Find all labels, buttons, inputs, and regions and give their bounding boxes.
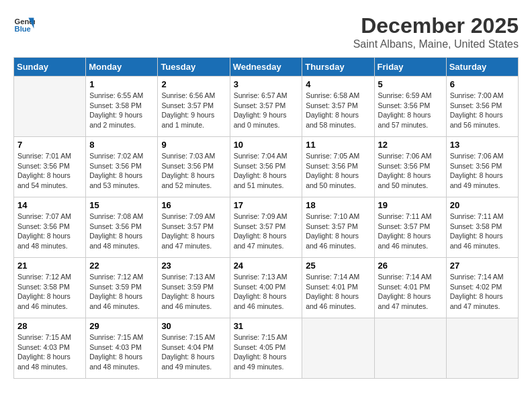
day-number: 16 [161, 200, 226, 210]
day-number: 24 [234, 261, 299, 271]
day-number: 22 [89, 261, 154, 271]
day-number: 3 [234, 79, 299, 89]
calendar-cell: 3Sunrise: 6:57 AM Sunset: 3:57 PM Daylig… [230, 77, 302, 137]
day-info: Sunrise: 7:15 AM Sunset: 4:03 PM Dayligh… [89, 332, 154, 372]
day-number: 31 [234, 321, 299, 331]
calendar-cell: 8Sunrise: 7:02 AM Sunset: 3:56 PM Daylig… [86, 137, 158, 197]
day-info: Sunrise: 7:14 AM Sunset: 4:02 PM Dayligh… [450, 272, 515, 312]
calendar-cell: 6Sunrise: 7:00 AM Sunset: 3:56 PM Daylig… [446, 77, 518, 137]
day-info: Sunrise: 7:07 AM Sunset: 3:56 PM Dayligh… [17, 212, 82, 251]
day-number: 9 [161, 140, 226, 150]
day-number: 23 [161, 261, 226, 271]
calendar-cell: 30Sunrise: 7:15 AM Sunset: 4:04 PM Dayli… [158, 318, 230, 379]
calendar-cell: 5Sunrise: 6:59 AM Sunset: 3:56 PM Daylig… [374, 77, 446, 137]
month-title: December 2025 [353, 13, 519, 38]
day-number: 6 [450, 79, 515, 89]
day-info: Sunrise: 7:15 AM Sunset: 4:04 PM Dayligh… [161, 332, 226, 372]
calendar-cell [374, 318, 446, 379]
day-number: 11 [306, 140, 370, 150]
day-number: 19 [378, 200, 443, 210]
weekday-header: Wednesday [230, 58, 302, 77]
day-number: 14 [17, 200, 82, 210]
calendar-cell: 9Sunrise: 7:03 AM Sunset: 3:56 PM Daylig… [158, 137, 230, 197]
weekday-header: Saturday [446, 58, 518, 77]
weekday-header: Friday [374, 58, 446, 77]
calendar-cell: 1Sunrise: 6:55 AM Sunset: 3:58 PM Daylig… [86, 77, 158, 137]
calendar-cell: 25Sunrise: 7:14 AM Sunset: 4:01 PM Dayli… [302, 258, 374, 318]
day-info: Sunrise: 7:08 AM Sunset: 3:56 PM Dayligh… [89, 212, 154, 251]
day-info: Sunrise: 7:03 AM Sunset: 3:56 PM Dayligh… [161, 151, 226, 191]
day-info: Sunrise: 7:00 AM Sunset: 3:56 PM Dayligh… [450, 91, 515, 130]
day-number: 25 [306, 261, 370, 271]
calendar-cell: 11Sunrise: 7:05 AM Sunset: 3:56 PM Dayli… [302, 137, 374, 197]
day-info: Sunrise: 7:14 AM Sunset: 4:01 PM Dayligh… [378, 272, 443, 312]
calendar-cell: 16Sunrise: 7:09 AM Sunset: 3:57 PM Dayli… [158, 197, 230, 258]
day-number: 13 [450, 140, 515, 150]
day-number: 12 [378, 140, 443, 150]
day-info: Sunrise: 7:13 AM Sunset: 3:59 PM Dayligh… [161, 272, 226, 312]
calendar-cell: 7Sunrise: 7:01 AM Sunset: 3:56 PM Daylig… [14, 137, 86, 197]
day-info: Sunrise: 7:13 AM Sunset: 4:00 PM Dayligh… [234, 272, 299, 312]
calendar-table: SundayMondayTuesdayWednesdayThursdayFrid… [13, 57, 519, 379]
logo: General Blue [13, 13, 35, 35]
calendar-cell: 28Sunrise: 7:15 AM Sunset: 4:03 PM Dayli… [14, 318, 86, 379]
calendar-week-row: 14Sunrise: 7:07 AM Sunset: 3:56 PM Dayli… [14, 197, 519, 258]
calendar-cell: 22Sunrise: 7:12 AM Sunset: 3:59 PM Dayli… [86, 258, 158, 318]
weekday-header: Sunday [14, 58, 86, 77]
calendar-cell: 21Sunrise: 7:12 AM Sunset: 3:58 PM Dayli… [14, 258, 86, 318]
day-info: Sunrise: 7:06 AM Sunset: 3:56 PM Dayligh… [378, 151, 443, 191]
calendar-cell: 18Sunrise: 7:10 AM Sunset: 3:57 PM Dayli… [302, 197, 374, 258]
day-number: 10 [234, 140, 299, 150]
day-info: Sunrise: 6:58 AM Sunset: 3:57 PM Dayligh… [306, 91, 370, 130]
calendar-cell: 4Sunrise: 6:58 AM Sunset: 3:57 PM Daylig… [302, 77, 374, 137]
calendar-cell: 12Sunrise: 7:06 AM Sunset: 3:56 PM Dayli… [374, 137, 446, 197]
day-number: 4 [306, 79, 370, 89]
day-number: 26 [378, 261, 443, 271]
day-info: Sunrise: 7:09 AM Sunset: 3:57 PM Dayligh… [234, 212, 299, 251]
calendar-week-row: 21Sunrise: 7:12 AM Sunset: 3:58 PM Dayli… [14, 258, 519, 318]
day-info: Sunrise: 6:59 AM Sunset: 3:56 PM Dayligh… [378, 91, 443, 130]
day-info: Sunrise: 7:15 AM Sunset: 4:05 PM Dayligh… [234, 332, 299, 372]
day-number: 21 [17, 261, 82, 271]
calendar-cell: 10Sunrise: 7:04 AM Sunset: 3:56 PM Dayli… [230, 137, 302, 197]
day-number: 27 [450, 261, 515, 271]
day-number: 2 [161, 79, 226, 89]
calendar-week-row: 1Sunrise: 6:55 AM Sunset: 3:58 PM Daylig… [14, 77, 519, 137]
day-number: 30 [161, 321, 226, 331]
calendar-cell: 2Sunrise: 6:56 AM Sunset: 3:57 PM Daylig… [158, 77, 230, 137]
calendar-cell [14, 77, 86, 137]
day-number: 29 [89, 321, 154, 331]
day-info: Sunrise: 7:14 AM Sunset: 4:01 PM Dayligh… [306, 272, 370, 312]
day-number: 1 [89, 79, 154, 89]
day-info: Sunrise: 7:05 AM Sunset: 3:56 PM Dayligh… [306, 151, 370, 191]
day-info: Sunrise: 7:15 AM Sunset: 4:03 PM Dayligh… [17, 332, 82, 372]
weekday-header: Tuesday [158, 58, 230, 77]
calendar-cell: 14Sunrise: 7:07 AM Sunset: 3:56 PM Dayli… [14, 197, 86, 258]
weekday-header: Thursday [302, 58, 374, 77]
day-info: Sunrise: 7:12 AM Sunset: 3:58 PM Dayligh… [17, 272, 82, 312]
calendar-cell: 13Sunrise: 7:06 AM Sunset: 3:56 PM Dayli… [446, 137, 518, 197]
day-info: Sunrise: 7:09 AM Sunset: 3:57 PM Dayligh… [161, 212, 226, 251]
location-title: Saint Albans, Maine, United States [353, 38, 519, 50]
calendar-week-row: 28Sunrise: 7:15 AM Sunset: 4:03 PM Dayli… [14, 318, 519, 379]
calendar-cell: 17Sunrise: 7:09 AM Sunset: 3:57 PM Dayli… [230, 197, 302, 258]
weekday-header: Monday [86, 58, 158, 77]
day-info: Sunrise: 7:02 AM Sunset: 3:56 PM Dayligh… [89, 151, 154, 191]
day-number: 17 [234, 200, 299, 210]
day-info: Sunrise: 6:57 AM Sunset: 3:57 PM Dayligh… [234, 91, 299, 130]
calendar-cell: 20Sunrise: 7:11 AM Sunset: 3:58 PM Dayli… [446, 197, 518, 258]
day-number: 28 [17, 321, 82, 331]
day-info: Sunrise: 7:01 AM Sunset: 3:56 PM Dayligh… [17, 151, 82, 191]
day-info: Sunrise: 7:10 AM Sunset: 3:57 PM Dayligh… [306, 212, 370, 251]
calendar-header-row: SundayMondayTuesdayWednesdayThursdayFrid… [14, 58, 519, 77]
logo-icon: General Blue [13, 13, 35, 35]
day-number: 18 [306, 200, 370, 210]
calendar-cell: 19Sunrise: 7:11 AM Sunset: 3:57 PM Dayli… [374, 197, 446, 258]
calendar-cell [302, 318, 374, 379]
day-number: 15 [89, 200, 154, 210]
title-area: December 2025 Saint Albans, Maine, Unite… [353, 13, 519, 50]
page-header: General Blue December 2025 Saint Albans,… [13, 13, 519, 50]
svg-text:Blue: Blue [15, 25, 31, 33]
day-info: Sunrise: 7:11 AM Sunset: 3:58 PM Dayligh… [450, 212, 515, 251]
day-info: Sunrise: 6:55 AM Sunset: 3:58 PM Dayligh… [89, 91, 154, 130]
